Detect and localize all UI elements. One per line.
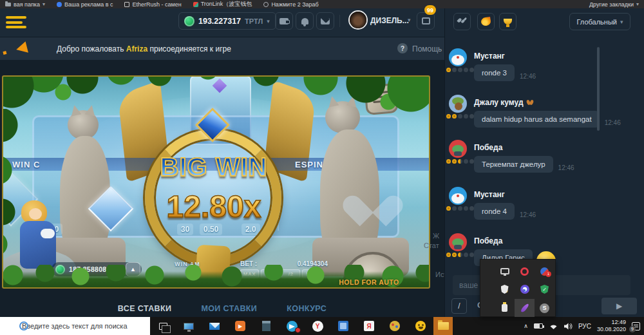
tray-skype-icon[interactable]: S (535, 299, 554, 317)
avatar[interactable] (449, 140, 467, 158)
win-amount-block: WIN AM 0 (163, 261, 212, 275)
desktop-screen: вая папка ▾ Ваша реклама в с EtherRush -… (0, 0, 644, 335)
avatar[interactable] (449, 95, 467, 113)
chat-username[interactable]: Победа (474, 233, 644, 245)
chat-commands-button[interactable]: / (451, 298, 467, 314)
chat-username[interactable]: Мустанг (474, 187, 644, 199)
chat-message: Мустанг ronde 3 12:46 (445, 48, 644, 81)
wifi-icon[interactable] (549, 323, 558, 330)
tray-player-icon[interactable]: ▶ (515, 280, 535, 298)
divider (339, 15, 340, 27)
deposit-button[interactable]: ▲ (126, 262, 140, 276)
taskbar-search-box[interactable]: Введите здесь текст для поиска (0, 317, 150, 335)
help-icon[interactable]: ? (397, 43, 408, 53)
taskbar-explorer-icon[interactable] (433, 317, 453, 335)
tray-app-icon[interactable]: 1 (535, 262, 554, 280)
language-indicator[interactable]: РУС (578, 323, 591, 330)
taskbar-clock[interactable]: 12:49 30.08.2020 (597, 319, 626, 334)
chat-scrollbar[interactable] (597, 47, 600, 131)
help-label[interactable]: Помощь (412, 44, 442, 53)
send-message-button[interactable]: ▶ (601, 298, 637, 314)
taskbar-emoji-app-icon[interactable] (408, 317, 433, 335)
bookmark-item[interactable]: Ваша реклама в с (57, 1, 113, 8)
win-counter-label: WIN C (12, 160, 40, 169)
chat-username[interactable]: Джалу кумуд (474, 95, 644, 107)
chat-channel-selector[interactable]: Глобальный ▾ (569, 13, 630, 30)
chat-username[interactable]: Победа (474, 140, 644, 152)
tray-expand-chevron[interactable]: ∧ (524, 323, 528, 329)
taskbar-computer-icon[interactable] (176, 317, 202, 335)
avatar[interactable] (449, 233, 467, 251)
bet-max-button[interactable]: MAX (240, 269, 259, 278)
task-view-button[interactable] (150, 317, 176, 335)
bookmark-label: EtherRush - самен (132, 1, 181, 8)
action-center-icon[interactable]: 9 (632, 322, 640, 330)
chat-username[interactable]: Мустанг (474, 48, 644, 61)
bookmark-label: TronLink（波宝钱包 (201, 0, 252, 8)
bet-half-button[interactable]: /2 (281, 269, 300, 278)
taskbar-video-icon[interactable]: ▶ (227, 317, 253, 335)
tray-feather-icon[interactable] (515, 299, 535, 317)
volume-icon[interactable] (564, 323, 573, 330)
avatar[interactable] (449, 48, 467, 66)
bookmark-item[interactable]: EtherRush - самен (124, 1, 181, 8)
tray-device-icon[interactable] (495, 299, 515, 317)
username-label[interactable]: ДИЗЕЛЬ... (370, 16, 409, 25)
chat-bubble: Теркемпат джелур (474, 156, 553, 173)
cortana-icon (19, 321, 28, 330)
tray-antivirus-icon[interactable]: ✓ (535, 280, 554, 298)
envelope-icon (321, 18, 330, 24)
battery-icon[interactable] (534, 323, 543, 329)
bookmark-item[interactable]: Нажмите 2 Зараб (263, 1, 318, 8)
chat-timestamp: 12:46 (605, 119, 621, 128)
tab-contest[interactable]: КОНКУРС (287, 304, 327, 313)
chevron-down-icon: ▾ (43, 1, 45, 7)
fireball-button[interactable] (477, 13, 495, 30)
bet-label: BET : (240, 260, 257, 267)
tab-all-bets[interactable]: ВСЕ СТАВКИ (118, 304, 172, 313)
taskbar-paint-icon[interactable] (382, 317, 408, 335)
bookmark-item[interactable]: TronLink（波宝钱包 (193, 0, 252, 8)
bookmark-label: Ваша реклама в с (64, 1, 113, 8)
tray-defender-icon[interactable] (495, 280, 515, 298)
side-label: Ист (435, 271, 444, 278)
rain-button[interactable] (453, 13, 471, 30)
taskbar-mail-icon[interactable] (202, 317, 227, 335)
bookmark-label: Нажмите 2 Зараб (271, 1, 318, 8)
taskbar-telegram-icon[interactable] (279, 317, 305, 335)
bet-min-button[interactable]: MIN (302, 269, 321, 278)
chat-toggle-button[interactable] (417, 12, 435, 30)
side-label: Ж (433, 232, 439, 240)
tab-my-bets[interactable]: МОИ СТАВКИ (201, 304, 257, 313)
win-multiplier-value: 12.80x (142, 189, 285, 224)
bell-icon (301, 18, 308, 24)
browser-bookmarks-bar: вая папка ▾ Ваша реклама в с EtherRush -… (0, 0, 644, 8)
system-tray: ∧ РУС 12:49 30.08.2020 9 (524, 319, 644, 334)
tray-opera-icon[interactable] (515, 262, 535, 280)
clock-date: 30.08.2020 (597, 326, 626, 332)
menu-hamburger-button[interactable] (6, 16, 26, 28)
bookmark-folder[interactable]: вая папка ▾ (5, 1, 45, 8)
taskbar-photos-icon[interactable] (330, 317, 356, 335)
hold-for-auto-label: HOLD FOR AUTO (328, 278, 410, 286)
taskbar-yandex-browser-icon[interactable]: Y (305, 317, 330, 335)
other-bookmarks-button[interactable]: Другие закладки ▾ (589, 1, 639, 8)
user-avatar[interactable] (350, 12, 366, 28)
folder-icon (5, 3, 11, 6)
messages-button[interactable] (316, 12, 334, 30)
balance-selector[interactable]: 193.227317 ТРТЛ ▾ (178, 12, 276, 30)
chevron-down-icon: ▾ (636, 1, 639, 7)
contest-button[interactable] (499, 13, 516, 30)
user-rating (446, 114, 474, 119)
chevron-down-icon: ▾ (620, 19, 623, 25)
notifications-button[interactable] (296, 12, 314, 30)
notification-count-badge: 9 (629, 326, 636, 332)
heart-symbol (354, 183, 392, 216)
wallet-button[interactable] (275, 12, 293, 30)
bet-double-button[interactable]: X2 (261, 269, 279, 278)
game-menu-button[interactable] (364, 83, 399, 115)
tray-display-icon[interactable] (495, 262, 515, 280)
avatar[interactable] (449, 187, 467, 205)
taskbar-calculator-icon[interactable] (253, 317, 279, 335)
taskbar-yandex-icon[interactable]: Я (356, 317, 382, 335)
